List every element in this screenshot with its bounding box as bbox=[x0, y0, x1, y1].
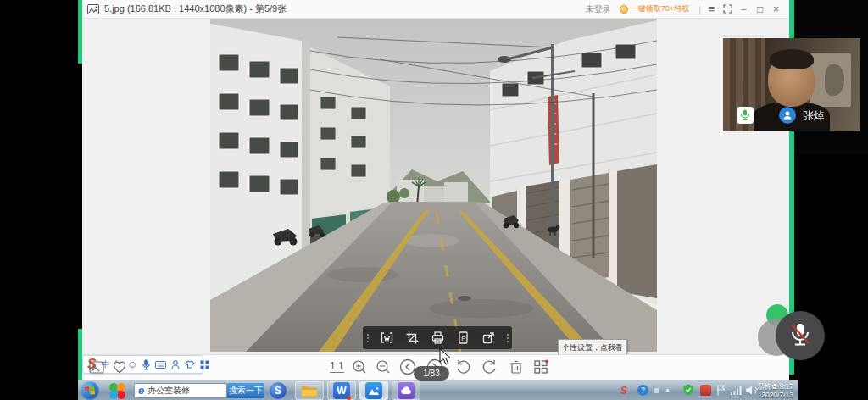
thumbnail-grid-icon[interactable] bbox=[533, 359, 548, 375]
pinwheel-app-icon[interactable] bbox=[108, 382, 125, 399]
rotate-left-icon[interactable] bbox=[455, 359, 470, 375]
viewer-bottom-toolbar: 1:1 1/83 bbox=[82, 354, 789, 381]
login-link[interactable]: 未登录 bbox=[586, 3, 611, 15]
tray-time: 9:17 bbox=[779, 382, 793, 391]
skin-shirt-icon[interactable] bbox=[185, 360, 195, 369]
taskbar-item-wps[interactable]: W bbox=[327, 381, 356, 400]
drag-handle-right-icon[interactable] bbox=[507, 334, 509, 342]
drag-handle-left-icon[interactable] bbox=[367, 334, 369, 342]
tray-action-center-flag-icon[interactable] bbox=[716, 385, 726, 396]
app-logo-icon bbox=[87, 4, 99, 14]
ie-icon: e bbox=[138, 384, 144, 397]
share-icon[interactable] bbox=[481, 331, 496, 345]
pdf-export-icon[interactable]: P bbox=[456, 331, 470, 345]
screen: 5.jpg (166.81KB , 1440x1080像素) - 第5/9张 未… bbox=[0, 0, 868, 400]
fullscreen-icon[interactable] bbox=[720, 0, 736, 19]
toolbox-grid-icon[interactable] bbox=[200, 360, 209, 369]
taskbar-item-purple-app[interactable] bbox=[392, 381, 420, 400]
tray-help-icon[interactable]: ? bbox=[637, 385, 648, 396]
settings-tooltip[interactable]: 个性设置，点我看看 bbox=[558, 339, 627, 356]
search-go-button[interactable]: 搜索一下 bbox=[227, 383, 264, 398]
mic-status-icon bbox=[737, 107, 754, 124]
crop-icon[interactable] bbox=[405, 331, 420, 345]
rotate-right-icon[interactable] bbox=[482, 359, 498, 375]
coin-icon bbox=[620, 5, 628, 14]
voice-input-icon[interactable] bbox=[142, 359, 150, 370]
emoji-icon[interactable]: ☺ bbox=[127, 356, 137, 373]
minimize-button[interactable]: ─ bbox=[736, 0, 752, 19]
mouse-cursor bbox=[439, 348, 451, 365]
webcam-video[interactable]: 张焯 bbox=[723, 38, 860, 131]
tray-network-icon[interactable] bbox=[731, 386, 742, 395]
delete-icon[interactable] bbox=[509, 359, 523, 375]
taskbar-search-input[interactable]: e 办公室装修 bbox=[134, 383, 227, 398]
windows-flag-icon bbox=[84, 386, 96, 396]
photo-street-scene[interactable] bbox=[210, 19, 657, 352]
soft-keyboard-icon[interactable] bbox=[155, 361, 166, 369]
tray-sogou-icon[interactable]: S bbox=[620, 385, 627, 397]
sogou-browser-icon[interactable]: S bbox=[270, 382, 287, 399]
muted-mic-icon bbox=[787, 321, 813, 350]
taskbar-item-image-viewer[interactable] bbox=[359, 381, 388, 400]
tray-shield-icon[interactable] bbox=[683, 384, 693, 396]
fit-window-icon[interactable] bbox=[380, 331, 394, 345]
separator: | bbox=[698, 4, 701, 14]
person-hair bbox=[770, 49, 814, 69]
favorite-heart-icon[interactable] bbox=[113, 361, 126, 374]
search-text: 办公室装修 bbox=[147, 385, 190, 397]
tray-hidden-icons-arrow[interactable]: ▲ bbox=[665, 386, 670, 392]
title-bar: 5.jpg (166.81KB , 1440x1080像素) - 第5/9张 未… bbox=[82, 0, 789, 19]
window-title: 5.jpg (166.81KB , 1440x1080像素) - 第5/9张 bbox=[104, 3, 287, 15]
vip-promo-button[interactable]: 一键领取70+特权 bbox=[620, 3, 689, 14]
close-button[interactable]: × bbox=[768, 0, 784, 19]
tray-misc-icon[interactable] bbox=[654, 388, 659, 393]
image-counter-badge: 1/83 bbox=[414, 366, 449, 381]
share-border-left-top bbox=[78, 0, 82, 64]
taskbar-item-explorer[interactable] bbox=[295, 381, 324, 400]
zoom-in-icon[interactable] bbox=[352, 359, 367, 375]
tray-date: 2020/7/13 bbox=[744, 391, 793, 399]
start-button[interactable] bbox=[81, 381, 99, 400]
svg-text:P: P bbox=[461, 335, 465, 342]
print-icon[interactable] bbox=[431, 331, 445, 345]
share-border-left-bottom bbox=[78, 329, 82, 380]
mute-mic-button[interactable] bbox=[776, 311, 825, 360]
photo-quick-toolbar: P bbox=[363, 326, 512, 349]
image-viewer-window: 5.jpg (166.81KB , 1440x1080像素) - 第5/9张 未… bbox=[82, 0, 789, 380]
gallery-icon[interactable] bbox=[89, 361, 104, 374]
tray-security-icon[interactable] bbox=[700, 385, 711, 396]
maximize-button[interactable]: □ bbox=[752, 0, 768, 19]
tray-clock[interactable]: 温棉✿ 9:17 2020/7/13 bbox=[744, 382, 793, 399]
menu-icon[interactable]: ≡ bbox=[704, 0, 720, 19]
participant-name: 张焯 bbox=[803, 108, 825, 124]
skin-person-icon[interactable] bbox=[171, 360, 180, 369]
zoom-ratio-button[interactable]: 1:1 bbox=[330, 360, 344, 373]
tray-weather-label: 温棉✿ bbox=[757, 382, 777, 391]
map-blob bbox=[825, 64, 844, 96]
windows-taskbar: e 办公室装修 搜索一下 S W S ? ▲ bbox=[78, 380, 798, 400]
zoom-out-icon[interactable] bbox=[376, 359, 391, 375]
participant-avatar-icon bbox=[779, 107, 796, 124]
